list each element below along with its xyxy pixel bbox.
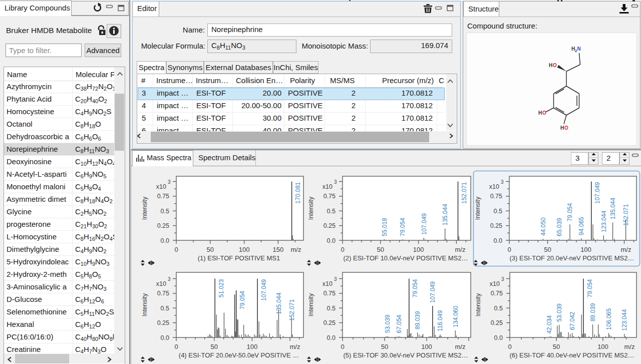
svg-text:100: 100	[421, 343, 432, 350]
svg-text:Intensity: Intensity	[307, 196, 314, 220]
svg-text:H: H	[538, 110, 542, 116]
svg-text:(2) ESI-TOF 10.0eV-neV POSITIV: (2) ESI-TOF 10.0eV-neV POSITIVE MS2…	[343, 254, 468, 262]
svg-text:(4) ESI-TOF 20.0eV-50.0eV POSI: (4) ESI-TOF 20.0eV-50.0eV POSITIVE …	[179, 351, 299, 359]
svg-text:(6) ESI-TOF 40.0eV-neV POSITIV: (6) ESI-TOF 40.0eV-neV POSITIVE MS2…	[509, 351, 634, 359]
svg-text:152.071: 152.071	[288, 299, 295, 321]
svg-text:152.071: 152.071	[622, 204, 629, 226]
svg-text:94.065: 94.065	[578, 217, 585, 235]
svg-text:50: 50	[544, 246, 551, 253]
svg-text:0: 0	[508, 343, 511, 350]
svg-text:0: 0	[341, 246, 344, 253]
svg-text:x10: x10	[490, 280, 500, 287]
svg-text:Intensity: Intensity	[141, 196, 148, 220]
svg-text:0.75: 0.75	[490, 193, 502, 200]
svg-text:0.0: 0.0	[327, 237, 336, 244]
svg-text:107.049: 107.049	[594, 182, 601, 204]
svg-text:79.054: 79.054	[412, 279, 419, 297]
svg-text:0.5: 0.5	[161, 208, 169, 215]
svg-text:0.5: 0.5	[327, 208, 336, 215]
svg-text:150: 150	[273, 246, 284, 253]
svg-text:135.044: 135.044	[442, 204, 449, 226]
svg-text:m/z: m/z	[621, 246, 631, 253]
svg-text:42.034: 42.034	[546, 315, 553, 334]
svg-text:H: H	[549, 63, 552, 68]
svg-text:H: H	[560, 125, 564, 131]
svg-text:m/z: m/z	[291, 246, 301, 253]
svg-text:0: 0	[174, 246, 178, 253]
svg-text:123.044: 123.044	[600, 210, 607, 232]
svg-text:79.054: 79.054	[567, 203, 574, 221]
svg-text:100: 100	[413, 246, 424, 253]
svg-text:100: 100	[247, 343, 258, 350]
svg-text:0.0: 0.0	[327, 334, 336, 341]
svg-text:53.039: 53.039	[556, 303, 563, 322]
svg-text:0.25: 0.25	[157, 319, 169, 326]
svg-text:0.25: 0.25	[491, 319, 503, 326]
svg-text:0.25: 0.25	[157, 222, 169, 229]
svg-text:123.044: 123.044	[621, 309, 628, 331]
svg-text:x10: x10	[156, 280, 166, 287]
svg-text:0.5: 0.5	[494, 208, 502, 215]
svg-text:(3) ESI-TOF 20.0eV-neV POSITIV: (3) ESI-TOF 20.0eV-neV POSITIVE MS2…	[509, 254, 634, 262]
svg-text:0.5: 0.5	[494, 305, 503, 312]
svg-text:152.071: 152.071	[461, 182, 468, 204]
svg-text:50: 50	[377, 246, 384, 253]
svg-text:Intensity: Intensity	[141, 293, 148, 316]
svg-text:67.042: 67.042	[569, 311, 576, 330]
svg-text:67.054: 67.054	[396, 314, 403, 333]
svg-text:0.25: 0.25	[324, 319, 336, 326]
svg-text:0.75: 0.75	[324, 193, 336, 200]
svg-text:x10: x10	[156, 183, 166, 190]
svg-text:3: 3	[501, 179, 504, 185]
svg-text:89.039: 89.039	[414, 311, 421, 329]
svg-text:116.049: 116.049	[437, 310, 444, 331]
svg-text:Intensity: Intensity	[475, 293, 482, 316]
svg-text:3: 3	[334, 179, 337, 185]
svg-text:m/z: m/z	[624, 343, 635, 350]
svg-text:170.081: 170.081	[294, 182, 301, 204]
svg-text:135.044: 135.044	[275, 292, 282, 314]
svg-text:0.0: 0.0	[161, 334, 169, 341]
svg-text:0.75: 0.75	[157, 290, 169, 297]
svg-text:(5) ESI-TOF 30.0eV-neV POSITIV: (5) ESI-TOF 30.0eV-neV POSITIVE MS2…	[343, 351, 468, 359]
svg-text:Intensity: Intensity	[474, 196, 481, 220]
svg-text:x10: x10	[489, 183, 499, 190]
svg-text:53.039: 53.039	[384, 314, 391, 333]
svg-text:100: 100	[580, 246, 591, 253]
svg-text:0: 0	[174, 343, 178, 350]
svg-text:0.75: 0.75	[157, 193, 169, 200]
svg-text:135.044: 135.044	[609, 197, 616, 219]
svg-text:100: 100	[239, 246, 250, 253]
svg-text:3: 3	[501, 276, 504, 282]
svg-text:107.049: 107.049	[260, 279, 267, 301]
svg-text:3: 3	[168, 179, 171, 185]
svg-text:0.5: 0.5	[327, 305, 336, 312]
svg-text:0: 0	[507, 246, 511, 253]
svg-text:65.039: 65.039	[556, 218, 563, 236]
svg-text:3: 3	[334, 276, 337, 282]
svg-text:x10: x10	[323, 183, 333, 190]
svg-text:79.054: 79.054	[586, 279, 593, 297]
svg-text:N: N	[577, 46, 581, 52]
svg-text:51.023: 51.023	[218, 279, 225, 297]
svg-text:m/z: m/z	[455, 246, 466, 253]
svg-text:0.0: 0.0	[494, 334, 503, 341]
svg-text:107.049: 107.049	[429, 281, 436, 303]
svg-text:100: 100	[597, 343, 608, 350]
svg-text:m/z: m/z	[455, 343, 466, 350]
svg-text:O: O	[542, 110, 546, 116]
svg-text:x10: x10	[323, 280, 333, 287]
svg-text:0.0: 0.0	[161, 237, 169, 244]
svg-text:106.065: 106.065	[605, 308, 612, 330]
svg-text:79.054: 79.054	[239, 291, 246, 309]
svg-text:0.75: 0.75	[491, 290, 503, 297]
svg-text:0.25: 0.25	[490, 222, 502, 229]
svg-text:50: 50	[210, 343, 217, 350]
svg-text:0.5: 0.5	[161, 305, 169, 312]
svg-text:(1) ESI-TOF POSITIVE MS1: (1) ESI-TOF POSITIVE MS1	[198, 254, 280, 262]
svg-text:O: O	[564, 125, 568, 131]
svg-text:50: 50	[553, 343, 560, 350]
svg-text:O: O	[553, 63, 557, 68]
svg-text:0.25: 0.25	[324, 222, 336, 229]
svg-text:0: 0	[341, 343, 344, 350]
